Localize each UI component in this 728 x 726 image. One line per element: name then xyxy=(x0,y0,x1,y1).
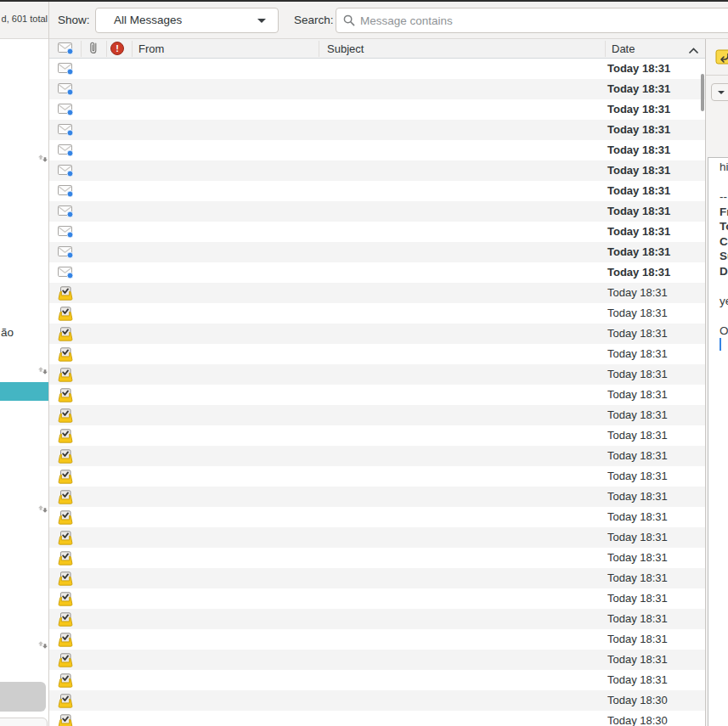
message-row[interactable]: Today 18:30 xyxy=(49,690,705,711)
message-date: Today 18:30 xyxy=(607,694,668,706)
message-row[interactable]: Today 18:31 xyxy=(49,650,705,670)
message-date: Today 18:31 xyxy=(607,470,668,482)
message-date: Today 18:31 xyxy=(607,408,668,421)
message-row[interactable]: Today 18:31 xyxy=(49,425,705,446)
message-row[interactable]: Today 18:31 xyxy=(49,405,705,425)
message-date: Today 18:31 xyxy=(607,245,670,258)
folder-status-text: d, 601 total xyxy=(0,14,48,24)
message-date: Today 18:31 xyxy=(607,388,668,401)
message-row[interactable]: Today 18:31 xyxy=(49,140,705,160)
message-row[interactable]: Today 18:31 xyxy=(49,262,705,283)
message-row[interactable]: Today 18:31 xyxy=(49,59,705,79)
importance-icon[interactable] xyxy=(110,42,124,55)
mail-read-icon xyxy=(58,571,73,586)
mail-read-icon xyxy=(58,633,73,647)
mail-read-icon xyxy=(58,286,73,301)
message-date: Today 18:31 xyxy=(607,144,670,156)
options-dropdown-button[interactable] xyxy=(711,83,728,101)
updown-arrows-icon xyxy=(37,503,49,515)
message-date: Today 18:31 xyxy=(607,225,670,238)
mail-unread-icon xyxy=(58,103,74,115)
show-filter-dropdown[interactable]: All Messages xyxy=(95,8,279,33)
mail-read-icon xyxy=(58,551,73,566)
message-row[interactable]: Today 18:31 xyxy=(49,303,705,324)
message-row[interactable]: Today 18:31 xyxy=(49,120,705,140)
message-row[interactable]: Today 18:31 xyxy=(49,324,705,344)
message-row[interactable]: Today 18:31 xyxy=(49,588,705,609)
message-row[interactable]: Today 18:31 xyxy=(49,466,705,487)
message-row[interactable]: Today 18:31 xyxy=(49,446,705,466)
folder-tree-item[interactable]: ão xyxy=(0,324,48,342)
message-row[interactable]: Today 18:31 xyxy=(49,629,705,650)
chevron-down-icon xyxy=(718,91,725,94)
message-date: Today 18:31 xyxy=(607,612,668,625)
message-date: Today 18:31 xyxy=(607,368,668,380)
sort-ascending-icon[interactable] xyxy=(688,44,699,57)
message-date: Today 18:31 xyxy=(607,123,670,136)
mail-read-icon xyxy=(58,429,73,443)
message-row[interactable]: Today 18:30 xyxy=(49,711,705,726)
search-input[interactable] xyxy=(336,8,728,33)
compose-line xyxy=(720,279,728,295)
message-list-scrollbar-thumb[interactable] xyxy=(701,74,704,111)
message-row[interactable]: Today 18:31 xyxy=(49,242,705,262)
message-status-column-header[interactable] xyxy=(58,42,74,57)
mail-unread-icon xyxy=(58,82,74,95)
message-date: Today 18:31 xyxy=(607,266,670,279)
message-row[interactable]: Today 18:31 xyxy=(49,385,705,405)
column-separator xyxy=(605,41,606,57)
compose-line: O xyxy=(720,324,728,340)
mail-read-icon xyxy=(58,673,73,688)
message-row[interactable]: Today 18:31 xyxy=(49,670,705,690)
column-header-from[interactable]: From xyxy=(138,42,164,55)
message-row[interactable]: Today 18:31 xyxy=(49,568,705,588)
message-date: Today 18:31 xyxy=(607,490,668,503)
message-row[interactable]: Today 18:31 xyxy=(49,364,705,385)
message-row[interactable]: Today 18:31 xyxy=(49,527,705,548)
message-list-header: From Subject Date xyxy=(49,39,705,59)
message-row[interactable]: Today 18:31 xyxy=(49,181,705,201)
search-icon xyxy=(343,14,355,30)
message-date: Today 18:31 xyxy=(607,571,668,584)
show-label: Show: xyxy=(58,14,90,26)
mail-read-icon xyxy=(58,408,73,423)
message-date: Today 18:31 xyxy=(607,673,668,686)
message-row[interactable]: Today 18:31 xyxy=(49,79,705,99)
mail-read-icon xyxy=(58,307,73,321)
right-pane-divider xyxy=(706,75,728,76)
mail-unread-icon xyxy=(58,266,74,279)
column-separator xyxy=(81,41,82,57)
message-row[interactable]: Today 18:31 xyxy=(49,99,705,120)
mail-read-icon xyxy=(58,388,73,402)
attachment-icon[interactable] xyxy=(88,41,99,58)
message-date: Today 18:31 xyxy=(607,653,668,666)
selected-folder-item[interactable] xyxy=(0,382,48,401)
message-row[interactable]: Today 18:31 xyxy=(49,201,705,222)
compose-line xyxy=(720,176,728,191)
message-row[interactable]: Today 18:31 xyxy=(49,487,705,507)
mail-read-icon xyxy=(58,592,73,606)
column-separator xyxy=(132,41,133,57)
mail-read-icon xyxy=(58,368,73,382)
message-row[interactable]: Today 18:31 xyxy=(49,507,705,527)
mail-read-icon xyxy=(58,612,73,627)
switcher-button[interactable] xyxy=(0,718,48,726)
compose-body[interactable]: hi--FrToCcSuDayeO xyxy=(708,157,728,726)
mail-unread-icon xyxy=(58,184,74,197)
reply-button[interactable] xyxy=(715,48,728,66)
switcher-button-active[interactable] xyxy=(0,682,46,712)
compose-line: hi xyxy=(720,160,728,176)
message-date: Today 18:31 xyxy=(607,551,668,564)
message-date: Today 18:31 xyxy=(607,429,668,442)
message-row[interactable]: Today 18:31 xyxy=(49,344,705,364)
message-row[interactable]: Today 18:31 xyxy=(49,548,705,568)
message-row[interactable]: Today 18:31 xyxy=(49,222,705,242)
message-row[interactable]: Today 18:31 xyxy=(49,160,705,181)
mail-read-icon xyxy=(58,327,73,341)
mail-unread-icon xyxy=(58,245,74,258)
column-header-subject[interactable]: Subject xyxy=(327,42,364,55)
message-row[interactable]: Today 18:31 xyxy=(49,283,705,303)
message-date: Today 18:30 xyxy=(607,714,668,726)
message-row[interactable]: Today 18:31 xyxy=(49,609,705,629)
column-header-date[interactable]: Date xyxy=(612,42,635,55)
